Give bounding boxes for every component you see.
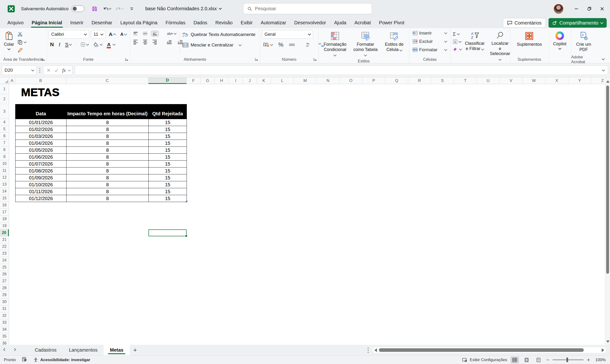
row-header-10[interactable]: 10	[0, 160, 9, 167]
table-cell[interactable]: 15	[149, 181, 187, 188]
orientation-button[interactable]: ab	[165, 30, 178, 37]
table-cell[interactable]: 01/03/2026	[15, 133, 66, 140]
column-header-G[interactable]: G	[201, 78, 215, 84]
user-avatar[interactable]	[554, 4, 563, 13]
clipboard-dialog-launcher[interactable]	[41, 57, 45, 61]
fill-button[interactable]	[453, 39, 462, 45]
undo-button[interactable]	[102, 4, 112, 14]
align-middle-button[interactable]	[142, 31, 149, 36]
sheet-tab-cadastros[interactable]: Cadastros	[29, 345, 63, 355]
zoom-out-button[interactable]: −	[546, 357, 549, 363]
tab-scroll-splitter[interactable]	[364, 348, 372, 353]
column-header-F[interactable]: F	[187, 78, 201, 84]
table-cell[interactable]: 15	[149, 195, 187, 202]
ribbon-tab-desenvolvedor[interactable]: Desenvolvedor	[290, 17, 330, 28]
borders-button[interactable]	[79, 41, 90, 48]
column-header-Z[interactable]: Z	[591, 78, 605, 84]
column-header-S[interactable]: S	[431, 78, 454, 84]
view-page-break-button[interactable]	[534, 356, 543, 364]
table-cell[interactable]: 01/11/2026	[15, 188, 66, 195]
formula-input[interactable]	[75, 65, 608, 75]
table-cell[interactable]: 8	[66, 154, 149, 161]
zoom-slider-thumb[interactable]	[566, 358, 568, 362]
save-button[interactable]	[90, 4, 100, 14]
row-header-13[interactable]: 13	[0, 181, 9, 188]
ribbon-tab-ajuda[interactable]: Ajuda	[330, 17, 350, 28]
column-header-V[interactable]: V	[500, 78, 522, 84]
font-color-button[interactable]: A	[105, 41, 117, 48]
table-cell[interactable]: 8	[66, 181, 149, 188]
row-header-5[interactable]: 5	[0, 126, 9, 133]
comments-button[interactable]: Comentários	[503, 18, 545, 28]
row-header-21[interactable]: 21	[0, 236, 9, 243]
row-header-8[interactable]: 8	[0, 146, 9, 153]
font-size-select[interactable]: 11	[91, 30, 105, 39]
table-cell[interactable]: 8	[66, 147, 149, 154]
paste-button[interactable]: Colar	[2, 30, 16, 56]
row-header-30[interactable]: 30	[0, 299, 9, 305]
accounting-format-button[interactable]	[262, 42, 274, 48]
table-cell[interactable]: 15	[149, 140, 187, 147]
row-header-9[interactable]: 9	[0, 153, 9, 160]
table-cell[interactable]: 8	[66, 161, 149, 168]
ribbon-tab-automatizar[interactable]: Automatizar	[257, 17, 290, 28]
comma-style-button[interactable]: 000	[288, 42, 296, 47]
column-header-Q[interactable]: Q	[385, 78, 408, 84]
row-header-16[interactable]: 16	[0, 202, 9, 209]
decrease-indent-button[interactable]	[165, 39, 173, 45]
row-header-7[interactable]: 7	[0, 140, 9, 146]
copy-button[interactable]	[17, 39, 26, 45]
ribbon-tab-layout-da-página[interactable]: Layout da Página	[116, 17, 162, 28]
zoom-slider[interactable]	[553, 360, 584, 360]
ribbon-tab-acrobat[interactable]: Acrobat	[350, 17, 375, 28]
row-header-20[interactable]: 20	[0, 229, 9, 236]
scroll-up-arrow[interactable]	[606, 80, 610, 83]
autosave-toggle[interactable]	[71, 5, 84, 12]
display-settings-button[interactable]: Exibir Configurações	[462, 358, 507, 362]
row-header-35[interactable]: 35	[0, 333, 9, 340]
row-header-15[interactable]: 15	[0, 195, 9, 202]
column-header-A[interactable]: A	[9, 78, 15, 84]
column-header-X[interactable]: X	[545, 78, 568, 84]
scroll-left-arrow[interactable]	[374, 348, 377, 352]
table-header-cell[interactable]: Impacto Tempo em horas (Decimal)	[66, 104, 149, 119]
formula-bar-splitter[interactable]	[39, 68, 40, 73]
table-cell[interactable]: 15	[149, 133, 187, 140]
underline-button[interactable]: S	[64, 41, 73, 48]
search-input[interactable]: Pesquisar	[243, 3, 372, 14]
format-painter-button[interactable]	[17, 47, 26, 53]
ribbon-tab-revisão[interactable]: Revisão	[211, 17, 237, 28]
restore-button[interactable]	[584, 3, 595, 14]
row-header-22[interactable]: 22	[0, 243, 9, 250]
format-cells-button[interactable]: Formatar	[413, 47, 449, 53]
ribbon-tab-fórmulas[interactable]: Fórmulas	[162, 17, 189, 28]
vertical-scrollbar[interactable]	[605, 78, 610, 345]
column-header-C[interactable]: C	[66, 78, 148, 84]
create-pdf-button[interactable]: λ Crie um PDF	[573, 30, 594, 56]
ribbon-tab-página-inicial[interactable]: Página Inicial	[28, 17, 66, 28]
table-cell[interactable]: 8	[66, 174, 149, 181]
row-header-33[interactable]: 33	[0, 319, 9, 326]
sort-filter-button[interactable]: AZ Classificar e Filtrar	[463, 30, 487, 63]
sheet-nav-right-button[interactable]	[10, 345, 19, 355]
column-header-N[interactable]: N	[317, 78, 339, 84]
table-cell[interactable]: 01/01/2026	[15, 119, 66, 126]
ribbon-tab-exibir[interactable]: Exibir	[237, 17, 257, 28]
row-header-32[interactable]: 32	[0, 312, 9, 319]
align-right-button[interactable]	[151, 39, 158, 45]
column-header-U[interactable]: U	[477, 78, 500, 84]
column-header-I[interactable]: I	[229, 78, 243, 84]
alignment-dialog-launcher[interactable]	[255, 57, 258, 61]
redo-button[interactable]	[114, 4, 124, 14]
table-cell[interactable]: 8	[66, 119, 149, 126]
clear-button[interactable]	[453, 46, 462, 52]
column-header-H[interactable]: H	[215, 78, 229, 84]
format-as-table-button[interactable]: Formatar como Tabela	[351, 30, 380, 59]
confirm-entry-button[interactable]	[53, 68, 60, 73]
scroll-down-arrow[interactable]	[606, 340, 610, 343]
row-header-1[interactable]: 1	[0, 84, 9, 94]
close-button[interactable]	[597, 3, 608, 14]
font-family-select[interactable]: Calibri	[49, 30, 89, 39]
row-header-24[interactable]: 24	[0, 257, 9, 264]
fill-color-button[interactable]	[92, 41, 104, 48]
